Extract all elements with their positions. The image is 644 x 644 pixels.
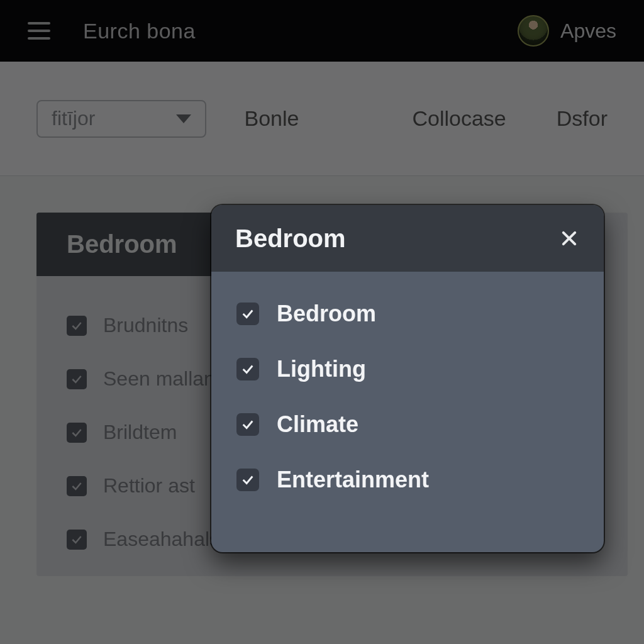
card-title: Bedroom — [36, 213, 219, 276]
modal-body: Bedroom Lighting Climate Entertainment — [211, 272, 604, 522]
modal-item-label: Climate — [277, 411, 358, 438]
room-settings-modal: Bedroom Bedroom Lighting Climate Enterta… — [211, 205, 604, 552]
modal-item-label: Entertainment — [277, 467, 429, 493]
chevron-down-icon — [176, 114, 191, 123]
checkbox[interactable] — [67, 369, 87, 389]
list-item-label: Easeahahals — [103, 528, 219, 551]
modal-list-item[interactable]: Climate — [236, 411, 579, 438]
checkbox[interactable] — [67, 423, 87, 443]
checkbox[interactable] — [236, 303, 259, 325]
avatar[interactable] — [518, 15, 549, 47]
modal-header: Bedroom — [211, 205, 604, 272]
list-item-label: Rettior ast — [103, 474, 195, 497]
list-item-label: Brildtem — [103, 421, 177, 444]
filter-select[interactable]: fitījor — [36, 100, 206, 138]
checkbox[interactable] — [236, 358, 259, 380]
username: Apves — [560, 19, 616, 43]
tab-0[interactable]: Bonle — [244, 106, 299, 131]
hamburger-icon[interactable] — [28, 22, 50, 40]
modal-title: Bedroom — [235, 225, 346, 253]
checkbox[interactable] — [236, 413, 259, 436]
checkbox[interactable] — [67, 476, 87, 496]
close-icon[interactable] — [558, 228, 580, 249]
checkbox[interactable] — [236, 469, 259, 491]
checkbox[interactable] — [67, 316, 87, 336]
modal-list-item[interactable]: Bedroom — [236, 301, 579, 327]
modal-item-label: Lighting — [277, 356, 366, 382]
checkbox[interactable] — [67, 530, 87, 550]
modal-item-label: Bedroom — [277, 301, 376, 327]
list-item-label: Brudnitns — [103, 314, 188, 337]
toolbar: fitījor Bonle Collocase Dsfor — [0, 62, 644, 176]
app-header: Eurch bona Apves — [0, 0, 644, 62]
modal-list-item[interactable]: Entertainment — [236, 467, 579, 493]
list-item-label: Seen mallan — [103, 367, 215, 391]
filter-value: fitījor — [52, 107, 95, 130]
modal-list-item[interactable]: Lighting — [236, 356, 579, 382]
tab-1[interactable]: Collocase — [412, 106, 506, 131]
app-title: Eurch bona — [83, 19, 196, 43]
tab-2[interactable]: Dsfor — [557, 106, 608, 131]
